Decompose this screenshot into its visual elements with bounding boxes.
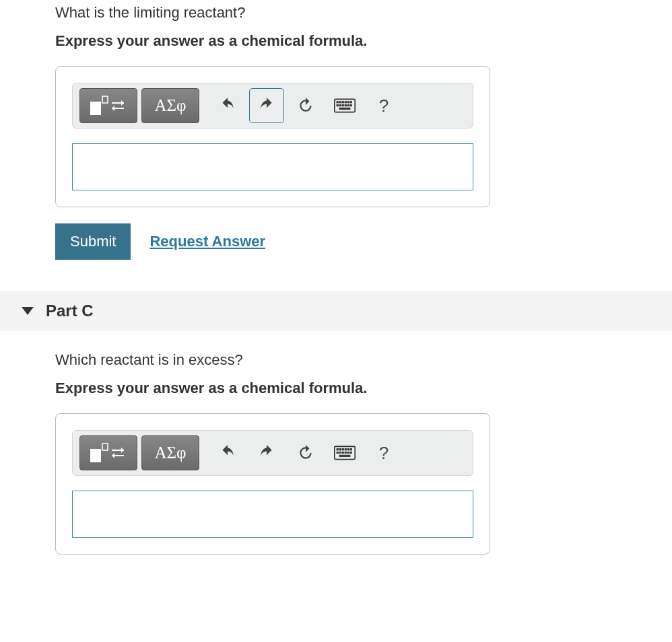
svg-rect-17: [339, 108, 350, 109]
svg-rect-18: [90, 449, 101, 462]
instruction-text: Express your answer as a chemical formul…: [55, 380, 672, 397]
question-text: What is the limiting reactant?: [55, 4, 672, 22]
svg-rect-30: [339, 452, 341, 453]
svg-rect-6: [339, 102, 341, 103]
chemistry-template-button[interactable]: [79, 435, 137, 470]
svg-rect-25: [342, 449, 343, 450]
svg-rect-28: [350, 449, 351, 450]
svg-rect-16: [350, 104, 351, 106]
formula-input[interactable]: [72, 491, 473, 538]
svg-rect-14: [345, 104, 346, 106]
svg-rect-35: [339, 455, 350, 456]
keyboard-button[interactable]: [327, 88, 362, 123]
redo-button[interactable]: [249, 88, 284, 123]
svg-rect-12: [339, 104, 341, 106]
svg-rect-13: [342, 104, 343, 106]
greek-letters-button[interactable]: ΑΣφ: [141, 435, 199, 470]
svg-rect-29: [337, 452, 338, 453]
svg-rect-1: [102, 96, 108, 103]
svg-rect-7: [342, 102, 343, 103]
reset-button[interactable]: [288, 88, 323, 123]
svg-rect-23: [337, 449, 338, 450]
greek-letters-button[interactable]: ΑΣφ: [141, 88, 199, 123]
svg-rect-11: [337, 104, 338, 106]
svg-rect-0: [90, 102, 101, 115]
undo-button[interactable]: [210, 435, 245, 470]
collapse-icon: [22, 307, 34, 315]
formula-toolbar: ΑΣφ: [72, 430, 473, 476]
svg-rect-34: [350, 452, 351, 453]
svg-rect-10: [350, 102, 351, 103]
svg-rect-8: [345, 102, 346, 103]
undo-button[interactable]: [210, 88, 245, 123]
svg-rect-27: [347, 449, 349, 450]
instruction-text: Express your answer as a chemical formul…: [55, 32, 672, 50]
reset-button[interactable]: [288, 435, 323, 470]
answer-box: ΑΣφ: [55, 66, 490, 207]
svg-rect-15: [347, 104, 349, 106]
formula-toolbar: ΑΣφ: [72, 83, 473, 129]
submit-button[interactable]: Submit: [55, 223, 131, 260]
svg-rect-26: [345, 449, 346, 450]
svg-rect-19: [102, 443, 108, 450]
part-header[interactable]: Part C: [0, 291, 672, 331]
svg-rect-33: [347, 452, 349, 453]
request-answer-link[interactable]: Request Answer: [149, 233, 265, 250]
question-text: Which reactant is in excess?: [55, 351, 672, 369]
svg-rect-9: [347, 102, 349, 103]
redo-button[interactable]: [249, 435, 284, 470]
svg-rect-31: [342, 452, 343, 453]
svg-rect-24: [339, 449, 341, 450]
answer-box: ΑΣφ: [55, 413, 490, 555]
keyboard-button[interactable]: [327, 435, 362, 470]
part-title: Part C: [46, 301, 94, 320]
help-button[interactable]: ?: [366, 88, 401, 123]
svg-rect-5: [337, 102, 338, 103]
svg-rect-32: [345, 452, 346, 453]
formula-input[interactable]: [72, 143, 473, 190]
help-button[interactable]: ?: [366, 435, 401, 470]
chemistry-template-button[interactable]: [79, 88, 137, 123]
